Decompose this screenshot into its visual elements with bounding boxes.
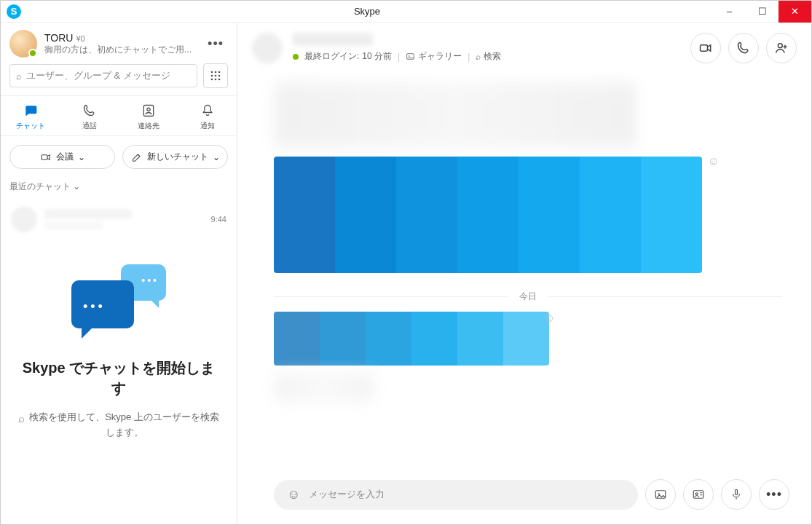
react-button[interactable]: ☺ [543,312,555,325]
svg-rect-20 [736,489,738,495]
titlebar: S Skype – ☐ ✕ [1,1,811,23]
tab-chat-label: チャット [16,121,45,131]
svg-rect-11 [42,154,47,159]
recent-chats-header[interactable]: 最近のチャット ⌄ [1,178,237,199]
emoji-button[interactable]: ☺ [287,487,300,502]
message-redacted [274,82,636,148]
chat-illustration-icon: ••• ••• [71,264,166,344]
svg-point-6 [211,79,213,81]
phone-icon [82,103,97,118]
profile-row[interactable]: TORU¥0 御用の方は、初めにチャットでご用... ••• [1,23,237,63]
last-login: 最終ログイン: 10 分前 [304,50,392,63]
contact-name-redacted [44,209,132,219]
search-input[interactable]: ⌕ ユーザー、グループ & メッセージ [9,64,197,87]
search-placeholder: ユーザー、グループ & メッセージ [26,69,170,82]
message-redacted [274,312,549,366]
gallery-icon [406,52,415,61]
tab-calls-label: 通話 [82,121,97,131]
chat-icon [23,103,38,118]
contact-card-button[interactable] [683,479,714,510]
svg-point-7 [215,79,217,81]
presence-available-icon [28,49,37,58]
window-title: Skype [21,6,713,17]
svg-point-19 [695,493,698,495]
message-placeholder: メッセージを入力 [309,488,385,501]
audio-call-button[interactable] [728,33,759,63]
message-list[interactable]: ☺ 今日 ☺ [237,69,811,469]
empty-hint-text: 検索を使用して、Skype 上のユーザーを検索します。 [29,410,219,441]
tab-contacts[interactable]: 連絡先 [119,96,178,135]
bell-icon [200,103,215,118]
gallery-link[interactable]: ギャラリー [406,50,462,63]
svg-point-2 [218,71,221,74]
profile-avatar[interactable] [9,30,37,58]
tab-chat[interactable]: チャット [1,96,60,135]
compose-icon [131,151,143,163]
react-button[interactable]: ☺ [708,155,720,168]
chevron-down-icon: ⌄ [213,152,220,162]
search-icon: ⌕ [18,410,25,427]
presence-available-icon [293,54,299,60]
video-icon [40,151,52,163]
composer-more-button[interactable]: ••• [759,479,789,510]
dialpad-button[interactable] [203,63,228,88]
svg-point-5 [218,75,221,77]
search-icon: ⌕ [16,71,22,82]
meeting-label: 会議 [56,151,74,163]
day-divider: 今日 [274,291,782,303]
svg-point-10 [146,108,149,111]
profile-name: TORU [44,32,73,44]
tab-notifications[interactable]: 通知 [178,96,237,135]
conversation-header: 最終ログイン: 10 分前 | ギャラリー | ⌕ 検索 [237,23,811,69]
message-redacted [274,373,374,402]
skype-logo-icon: S [7,4,21,19]
contacts-icon [141,103,156,118]
svg-point-0 [211,71,213,74]
new-chat-label: 新しいチャット [147,151,208,163]
tab-notifications-label: 通知 [200,121,215,131]
tab-contacts-label: 連絡先 [138,121,159,131]
svg-point-1 [215,71,217,74]
svg-point-15 [778,44,782,48]
meeting-button[interactable]: 会議 ⌄ [9,145,115,169]
chevron-down-icon: ⌄ [73,181,80,192]
skype-credit: ¥0 [76,34,84,43]
window-maximize-button[interactable]: ☐ [746,1,779,23]
svg-rect-14 [701,45,708,51]
voice-message-button[interactable] [721,479,752,510]
message-redacted [274,157,702,273]
conversation-pane: 最終ログイン: 10 分前 | ギャラリー | ⌕ 検索 [237,23,811,524]
window-minimize-button[interactable]: – [713,1,746,23]
add-participant-button[interactable] [766,33,797,63]
chevron-down-icon: ⌄ [78,152,85,162]
sidebar: TORU¥0 御用の方は、初めにチャットでご用... ••• ⌕ ユーザー、グル… [1,23,237,524]
video-call-button[interactable] [690,33,721,63]
conversation-name-redacted [293,33,373,46]
search-icon: ⌕ [476,52,481,62]
empty-chat-list: ••• ••• Skype でチャットを開始します ⌕ 検索を使用して、Skyp… [1,240,237,524]
svg-point-4 [215,75,217,77]
composer: ☺ メッセージを入力 ••• [237,469,811,524]
day-divider-label: 今日 [519,291,537,303]
window-close-button[interactable]: ✕ [779,1,811,23]
profile-more-button[interactable]: ••• [203,33,228,55]
svg-point-8 [218,79,221,81]
chat-item-time: 9:44 [211,215,226,224]
chat-list-item[interactable]: 9:44 [1,199,237,240]
profile-status-text: 御用の方は、初めにチャットでご用... [44,44,192,56]
conversation-avatar[interactable] [252,33,283,63]
contact-avatar [11,206,37,232]
empty-title: Skype でチャットを開始します [18,358,219,398]
nav-tabs: チャット 通話 連絡先 通知 [1,95,237,136]
tab-calls[interactable]: 通話 [60,96,119,135]
new-chat-button[interactable]: 新しいチャット ⌄ [122,145,228,169]
message-input[interactable]: ☺ メッセージを入力 [274,480,638,510]
in-chat-search-link[interactable]: ⌕ 検索 [476,50,501,63]
add-media-button[interactable] [645,479,676,510]
svg-point-3 [211,75,213,77]
contact-preview-redacted [44,222,103,229]
